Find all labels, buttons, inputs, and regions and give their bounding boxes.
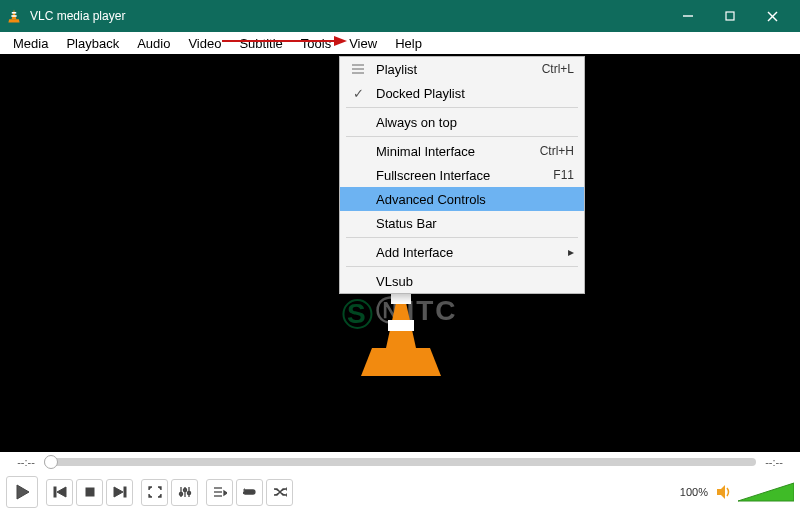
svg-rect-1 [12,12,16,14]
time-elapsed: --:-- [8,456,44,468]
svg-marker-35 [286,493,287,497]
time-total: --:-- [756,456,792,468]
checkmark-icon: ✓ [344,86,372,101]
playlist-icon [344,63,372,75]
app-title: VLC media player [30,9,678,23]
window-minimize-button[interactable] [678,6,698,26]
menu-item-shortcut: Ctrl+H [540,144,574,158]
svg-marker-3 [8,19,19,22]
play-button[interactable] [6,476,38,508]
seek-thumb[interactable] [44,455,58,469]
menu-item-add-interface[interactable]: Add Interface ▸ [340,240,584,264]
menu-item-label: Status Bar [372,216,574,231]
menu-item-label: Playlist [372,62,542,77]
svg-rect-11 [391,294,411,304]
seek-slider[interactable] [44,458,756,466]
menu-item-fullscreen-interface[interactable]: Fullscreen Interface F11 [340,163,584,187]
vlc-cone-large-icon [358,280,444,380]
menu-item-label: Add Interface [372,245,568,260]
svg-marker-36 [717,485,725,499]
shuffle-button[interactable] [266,479,293,506]
menu-item-always-on-top[interactable]: Always on top [340,110,584,134]
menu-subtitle[interactable]: Subtitle [230,35,291,52]
fullscreen-button[interactable] [141,479,168,506]
menu-item-advanced-controls[interactable]: Advanced Controls [340,187,584,211]
video-area: SⓃITC Playlist Ctrl+L ✓ Docked Playlist … [0,54,800,452]
menu-item-label: Always on top [372,115,574,130]
extended-settings-button[interactable] [171,479,198,506]
menu-bar: Media Playback Audio Video Subtitle Tool… [0,32,800,54]
svg-rect-22 [124,487,126,497]
menu-view[interactable]: View [340,35,386,52]
menu-item-label: Fullscreen Interface [372,168,553,183]
svg-marker-0 [12,10,17,20]
view-menu-dropdown: Playlist Ctrl+L ✓ Docked Playlist Always… [339,56,585,294]
stop-button[interactable] [76,479,103,506]
menu-playback[interactable]: Playback [57,35,128,52]
controls-bar: 100% [0,472,800,512]
svg-point-27 [183,488,186,491]
seek-bar: --:-- --:-- [0,452,800,472]
menu-tools[interactable]: Tools [292,35,340,52]
svg-marker-32 [224,491,227,495]
window-maximize-button[interactable] [720,6,740,26]
menu-item-status-bar[interactable]: Status Bar [340,211,584,235]
vlc-cone-icon [6,8,22,24]
svg-marker-17 [17,485,29,499]
menu-separator [346,136,578,137]
menu-item-label: VLsub [372,274,574,289]
svg-point-28 [187,491,190,494]
menu-media[interactable]: Media [4,35,57,52]
submenu-arrow-icon: ▸ [568,245,574,259]
menu-item-shortcut: F11 [553,168,574,182]
menu-separator [346,266,578,267]
loop-button[interactable] [236,479,263,506]
speaker-icon[interactable] [716,483,734,501]
svg-rect-18 [54,487,56,497]
svg-rect-5 [726,12,734,20]
playlist-toggle-button[interactable] [206,479,233,506]
svg-rect-2 [11,15,16,17]
menu-item-minimal-interface[interactable]: Minimal Interface Ctrl+H [340,139,584,163]
menu-separator [346,237,578,238]
menu-separator [346,107,578,108]
menu-help[interactable]: Help [386,35,431,52]
svg-point-26 [179,492,182,495]
menu-item-playlist[interactable]: Playlist Ctrl+L [340,57,584,81]
menu-item-vlsub[interactable]: VLsub [340,269,584,293]
svg-rect-20 [86,488,94,496]
svg-rect-12 [388,320,414,331]
next-button[interactable] [106,479,133,506]
menu-video[interactable]: Video [179,35,230,52]
menu-item-label: Advanced Controls [372,192,574,207]
svg-marker-21 [114,487,123,497]
volume-slider[interactable] [738,481,794,503]
menu-audio[interactable]: Audio [128,35,179,52]
volume-percent: 100% [680,486,708,498]
menu-item-label: Minimal Interface [372,144,540,159]
svg-marker-34 [286,487,287,491]
menu-item-label: Docked Playlist [372,86,574,101]
svg-marker-19 [57,487,66,497]
previous-button[interactable] [46,479,73,506]
svg-marker-13 [361,348,441,376]
window-close-button[interactable] [762,6,782,26]
title-bar: VLC media player [0,0,800,32]
menu-item-docked-playlist[interactable]: ✓ Docked Playlist [340,81,584,105]
svg-marker-37 [738,483,794,501]
menu-item-shortcut: Ctrl+L [542,62,574,76]
